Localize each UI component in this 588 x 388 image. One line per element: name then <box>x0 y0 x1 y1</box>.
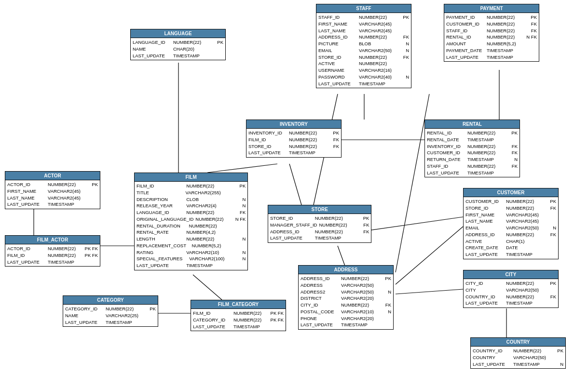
field-key: FK <box>395 34 409 40</box>
field-name: ACTIVE <box>465 238 504 245</box>
table-country: COUNTRYCOUNTRY_IDNUMBER(22)PKCOUNTRYVARC… <box>470 337 566 369</box>
field-row: ACTOR_IDNUMBER(22)PK FK <box>7 245 98 252</box>
field-key <box>542 244 556 251</box>
field-name: STORE_ID <box>465 205 504 212</box>
field-type: NUMBER(22) <box>467 130 501 136</box>
field-row: ADDRESS_IDNUMBER(22)FK <box>318 34 409 40</box>
field-key <box>269 323 284 330</box>
field-key: PK FK <box>83 245 98 252</box>
field-name: FILM_ID <box>248 136 287 143</box>
field-row: CATEGORY_IDNUMBER(22)PK <box>65 306 156 312</box>
table-inventory: INVENTORYINVENTORY_IDNUMBER(22)PKFILM_ID… <box>246 120 342 158</box>
field-row: STAFF_IDNUMBER(22)FK <box>446 27 537 34</box>
field-name: COUNTRY_ID <box>465 294 504 300</box>
field-type: NUMBER(22) <box>233 317 267 323</box>
table-header-store: STORE <box>268 205 371 214</box>
field-row: LAST_UPDATETIMESTAMP <box>446 54 537 61</box>
field-row: LAST_UPDATETIMESTAMP <box>137 262 246 269</box>
table-body-store: STORE_IDNUMBER(22)PKMANAGER_STAFF_IDNUMB… <box>268 214 371 242</box>
field-type: VARCHAR2(50) <box>341 289 375 295</box>
field-key <box>522 54 537 61</box>
table-film_actor: FILM_ACTORACTOR_IDNUMBER(22)PK FKFILM_ID… <box>5 235 100 267</box>
field-type: VARCHAR2(45) <box>506 212 540 218</box>
table-header-film_category: FILM_CATEGORY <box>191 300 286 309</box>
field-row: EMAILVARCHAR2(50)N <box>318 47 409 54</box>
field-key: PK FK <box>269 310 284 317</box>
field-row: TITLEVARCHAR2(255) <box>137 189 246 196</box>
field-row: LAST_UPDATETIMESTAMP <box>465 300 556 307</box>
field-type: NUMBER(22) <box>487 21 520 27</box>
field-key <box>503 170 518 176</box>
field-name: LAST_UPDATE <box>193 323 232 330</box>
table-header-payment: PAYMENT <box>444 4 539 13</box>
field-name: LAST_UPDATE <box>270 235 309 241</box>
field-name: COUNTRY <box>473 354 511 361</box>
field-key <box>231 223 246 229</box>
field-name: RATING <box>137 249 175 256</box>
field-name: FIRST_NAME <box>465 212 504 218</box>
field-name: CITY <box>465 287 504 294</box>
field-type: TIMESTAMP <box>233 323 267 330</box>
field-name: FIRST_NAME <box>318 21 357 27</box>
field-type: TIMESTAMP <box>341 321 375 328</box>
field-name: LENGTH <box>137 236 175 242</box>
field-row: LAST_UPDATETIMESTAMP <box>427 170 518 176</box>
field-key: N <box>377 308 391 315</box>
field-name: EMAIL <box>318 47 357 54</box>
field-name: STORE_ID <box>318 54 357 61</box>
field-key: PK <box>542 198 556 205</box>
field-name: FILM_ID <box>7 252 46 259</box>
field-key: PK FK <box>269 317 284 323</box>
field-type: VARCHAR2(45) <box>506 218 540 225</box>
field-type: VARCHAR2(45) <box>359 27 393 34</box>
field-row: DISTRICTVARCHAR2(20) <box>301 295 391 302</box>
table-body-language: LANGUAGE_IDNUMBER(22)PKNAMECHAR(20)LAST_… <box>131 38 225 60</box>
field-name: RELEASE_YEAR <box>137 202 175 209</box>
field-name: STAFF_ID <box>318 14 357 21</box>
field-row: FIRST_NAMEVARCHAR2(45) <box>7 188 98 195</box>
field-type: NUMBER(22) <box>289 143 323 150</box>
field-type: NUMBER(5,2) <box>192 242 226 249</box>
field-row: STAFF_IDNUMBER(22)PK <box>318 14 409 21</box>
field-key <box>209 46 223 53</box>
field-key: N FK <box>522 34 537 40</box>
field-row: RETURN_DATETIMESTAMPN <box>427 156 518 163</box>
field-name: PICTURE <box>318 40 357 47</box>
field-type: NUMBER(22) <box>189 223 223 229</box>
field-type: NUMBER(22) <box>506 198 540 205</box>
field-key <box>141 319 156 326</box>
field-key: PK <box>542 280 556 287</box>
field-key: N <box>395 47 409 54</box>
field-row: LENGTHNUMBER(22)N <box>137 236 246 242</box>
field-name: CUSTOMER_ID <box>465 198 504 205</box>
field-name: ACTOR_ID <box>7 245 46 252</box>
field-key <box>522 40 537 47</box>
field-type: NUMBER(22) <box>106 306 139 312</box>
field-key: N <box>395 74 409 80</box>
field-name: CREATE_DATE <box>465 244 504 251</box>
field-name: RENTAL_ID <box>446 34 485 40</box>
field-name: LAST_UPDATE <box>427 170 465 176</box>
table-store: STORESTORE_IDNUMBER(22)PKMANAGER_STAFF_I… <box>268 205 371 243</box>
table-header-actor: ACTOR <box>5 172 100 180</box>
field-key <box>231 262 246 269</box>
field-row: RENTAL_DATETIMESTAMP <box>427 136 518 143</box>
field-key <box>231 229 246 236</box>
field-name: FILM_ID <box>193 310 232 317</box>
field-type: NUMBER(22) <box>513 348 547 354</box>
field-type: NUMBER(22) <box>359 60 393 67</box>
field-name: PAYMENT_DATE <box>446 47 485 54</box>
table-city: CITYCITY_IDNUMBER(22)PKCITYVARCHAR2(50)C… <box>463 270 559 308</box>
field-name: LAST_NAME <box>465 218 504 225</box>
field-key: N FK <box>231 216 246 223</box>
field-key: FK <box>395 54 409 61</box>
field-type: NUMBER(22) <box>467 143 501 150</box>
er-diagram: STAFFSTAFF_IDNUMBER(22)PKFIRST_NAMEVARCH… <box>0 0 588 388</box>
field-name: POSTAL_CODE <box>301 308 339 315</box>
table-body-city: CITY_IDNUMBER(22)PKCITYVARCHAR2(50)COUNT… <box>464 279 558 308</box>
field-type: VARCHAR2(50) <box>506 225 540 231</box>
field-name: ADDRESS_ID <box>318 34 357 40</box>
field-name: LAST_UPDATE <box>301 321 339 328</box>
field-row: FILM_IDNUMBER(22)PK FK <box>193 310 284 317</box>
field-type: DATE <box>506 244 540 251</box>
